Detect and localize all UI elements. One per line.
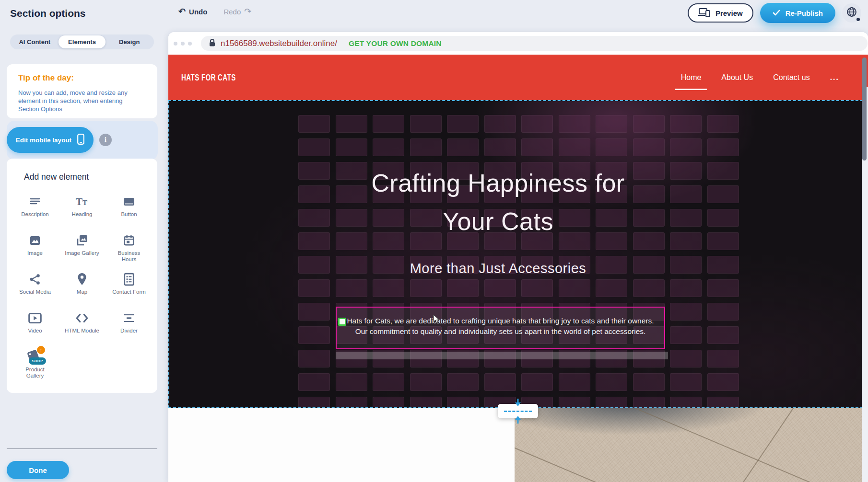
hero-tile	[670, 303, 702, 321]
svg-text:T: T	[76, 196, 82, 207]
hero-tile	[336, 138, 367, 156]
next-section-white[interactable]	[168, 408, 515, 482]
hero-tile	[707, 138, 739, 156]
element-item-contact-form[interactable]: Contact Form	[106, 268, 152, 307]
selected-text-element[interactable]: Hats for Cats, we are dedicated to craft…	[336, 307, 665, 349]
hero-tile	[410, 115, 442, 133]
element-item-label: Business Hours	[111, 250, 147, 263]
hero-heading-line1: Crafting Happiness for	[371, 169, 624, 197]
window-dot	[188, 42, 192, 46]
done-button[interactable]: Done	[7, 461, 69, 479]
element-item-label: HTML Module	[65, 328, 99, 334]
url-bar[interactable]: n1566589.websitebuilder.online/ GET YOUR…	[201, 36, 868, 51]
hero-tile	[373, 138, 404, 156]
hero-tile	[410, 138, 442, 156]
add-element-title: Add new element	[24, 172, 152, 182]
hero-tile	[596, 115, 627, 133]
element-item-description[interactable]: Description	[12, 191, 59, 230]
element-item-heading[interactable]: TTHeading	[59, 191, 106, 230]
hero-tile	[373, 115, 404, 133]
element-item-product-gallery[interactable]: SHOP↑Product Gallery	[12, 346, 59, 385]
hero-tile	[707, 326, 739, 344]
tab-ai-content[interactable]: AI Content	[11, 35, 59, 48]
edit-mobile-layout-button[interactable]: Edit mobile layout	[7, 127, 94, 153]
element-item-divider[interactable]: Divider	[106, 307, 152, 346]
nav-contact-us[interactable]: Contact us	[773, 73, 809, 82]
html-module-icon	[75, 311, 89, 325]
element-item-video[interactable]: Video	[12, 307, 59, 346]
lock-icon	[209, 38, 216, 49]
element-item-label: Map	[77, 289, 87, 295]
hero-tile	[298, 115, 330, 133]
drag-handle[interactable]	[338, 318, 346, 326]
hero-tile	[559, 279, 590, 297]
site-logo[interactable]: HATS FOR CATS	[181, 72, 236, 82]
hero-tile	[670, 326, 702, 344]
hero-section-selected[interactable]: Crafting Happiness for Your Cats More th…	[168, 100, 868, 408]
product-gallery-icon: SHOP↑	[28, 350, 42, 364]
element-item-image[interactable]: Image	[12, 230, 59, 268]
globe-icon	[846, 6, 857, 20]
hero-tile	[670, 138, 702, 156]
republish-button[interactable]: Re-Publish	[760, 3, 835, 23]
nav-more[interactable]: ...	[830, 73, 839, 82]
contact-form-icon	[122, 272, 136, 287]
edit-mobile-label: Edit mobile layout	[16, 137, 71, 144]
hero-subheading[interactable]: More than Just Accessories	[169, 261, 827, 276]
canvas-scrollbar-thumb[interactable]	[862, 57, 867, 161]
hero-heading[interactable]: Crafting Happiness for Your Cats	[169, 164, 827, 241]
redo-icon: ↷	[244, 7, 251, 16]
hero-tile	[596, 138, 627, 156]
hero-tile	[447, 138, 479, 156]
hero-tile	[410, 397, 442, 408]
globe-status-dot	[856, 18, 860, 21]
tab-design[interactable]: Design	[106, 35, 153, 48]
hero-tile	[336, 397, 367, 408]
hero-tile	[633, 138, 665, 156]
hero-tile	[373, 373, 404, 391]
element-item-social-media[interactable]: Social Media	[12, 268, 59, 307]
devices-icon	[698, 8, 711, 19]
hero-tile	[298, 279, 330, 297]
hero-tile	[298, 397, 330, 408]
section-resize-handle[interactable]	[498, 404, 538, 418]
hero-tile	[447, 397, 479, 408]
hero-tile	[633, 115, 665, 133]
preview-button[interactable]: Preview	[688, 3, 753, 23]
element-item-image-gallery[interactable]: Image Gallery	[59, 230, 106, 268]
site-header[interactable]: HATS FOR CATS Home About Us Contact us .…	[168, 55, 868, 100]
tab-elements[interactable]: Elements	[59, 35, 106, 48]
element-item-button[interactable]: Button	[106, 191, 152, 230]
nav-home[interactable]: Home	[681, 73, 702, 82]
next-section-photo[interactable]	[515, 408, 862, 482]
element-item-label: Social Media	[19, 289, 51, 295]
check-icon	[773, 9, 780, 17]
hero-tile	[670, 279, 702, 297]
element-item-business-hours[interactable]: Business Hours	[106, 230, 152, 268]
hero-tile	[670, 115, 702, 133]
hero-tile	[633, 397, 665, 408]
hero-tile	[447, 279, 479, 297]
element-item-label: Contact Form	[112, 289, 146, 295]
map-icon	[75, 272, 89, 287]
hero-tile	[596, 397, 627, 408]
hero-tile	[707, 373, 739, 391]
hero-tile	[633, 279, 665, 297]
redo-button[interactable]: Redo ↷	[223, 7, 251, 16]
undo-button[interactable]: ↶ Undo	[178, 7, 207, 16]
hero-tile	[559, 397, 590, 408]
language-globe-button[interactable]	[842, 3, 861, 23]
get-domain-link[interactable]: GET YOUR OWN DOMAIN	[349, 39, 442, 48]
hero-tile	[447, 373, 479, 391]
element-item-map[interactable]: Map	[59, 268, 106, 307]
hero-tile	[521, 373, 553, 391]
info-icon[interactable]: i	[99, 134, 112, 146]
hero-tile	[410, 373, 442, 391]
element-item-label: Description	[21, 211, 49, 218]
element-item-html-module[interactable]: HTML Module	[59, 307, 106, 346]
nav-about-us[interactable]: About Us	[721, 73, 753, 82]
video-icon	[28, 311, 42, 325]
image-gallery-icon	[75, 233, 89, 248]
element-item-label: Heading	[72, 211, 93, 218]
panel-divider	[7, 448, 157, 449]
